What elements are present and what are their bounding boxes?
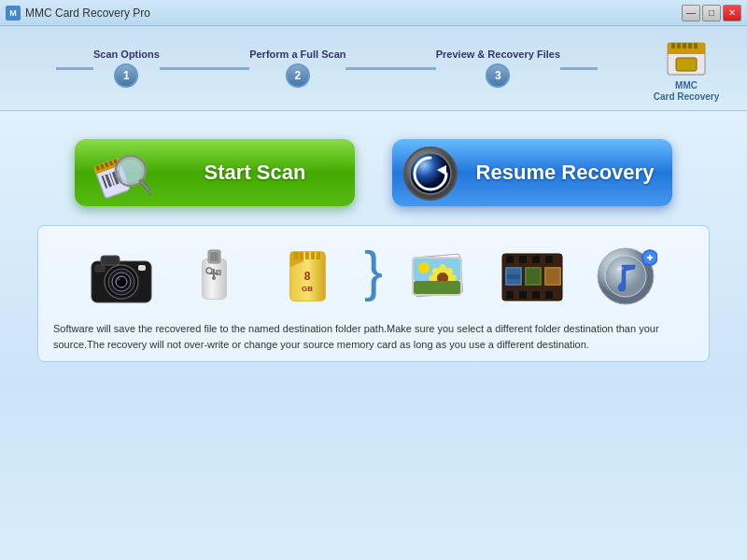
- svg-rect-81: [545, 291, 553, 299]
- step-1-circle: 1: [114, 63, 138, 88]
- bottom-description: Software will save the recovered file to…: [53, 321, 694, 352]
- main-content: Start Scan: [0, 111, 747, 560]
- title-bar: M MMC Card Recovery Pro — □ ✕: [0, 0, 747, 26]
- resume-recovery-button[interactable]: Resume Recovery: [392, 139, 672, 206]
- svg-rect-71: [414, 281, 460, 294]
- svg-rect-52: [305, 252, 309, 259]
- icons-row: 8 GB }: [53, 239, 694, 314]
- svg-rect-74: [506, 256, 514, 263]
- start-scan-button[interactable]: Start Scan: [75, 139, 355, 206]
- svg-rect-3: [677, 43, 681, 49]
- usb-drive-icon: [177, 239, 252, 314]
- app-icon: M: [6, 6, 21, 21]
- step-3-number: 3: [495, 69, 501, 82]
- start-scan-label: Start Scan: [164, 161, 355, 185]
- window-title: MMC Card Recovery Pro: [25, 7, 682, 20]
- svg-point-65: [447, 274, 457, 282]
- svg-rect-86: [527, 269, 540, 284]
- svg-rect-77: [545, 256, 553, 263]
- svg-rect-50: [294, 252, 298, 259]
- music-note-icon: [588, 239, 663, 314]
- svg-line-24: [141, 181, 151, 193]
- photo-svg: [405, 243, 472, 310]
- svg-rect-75: [519, 256, 527, 263]
- maximize-button[interactable]: □: [702, 5, 721, 21]
- svg-point-62: [439, 264, 446, 273]
- svg-rect-79: [519, 291, 527, 299]
- minimize-button[interactable]: —: [682, 5, 700, 21]
- arrow-brace: }: [364, 244, 383, 300]
- svg-rect-51: [300, 252, 303, 259]
- line-seg-right: [560, 67, 598, 70]
- line-seg-2-3: [345, 67, 435, 70]
- svg-rect-4: [683, 43, 686, 49]
- usb-svg: [184, 243, 245, 310]
- svg-rect-53: [311, 252, 315, 259]
- svg-rect-76: [532, 256, 540, 263]
- svg-point-22: [119, 159, 143, 183]
- film-strip-icon: [495, 239, 570, 314]
- svg-rect-41: [210, 252, 218, 261]
- svg-rect-37: [95, 265, 105, 272]
- line-seg-1-2: [160, 67, 249, 70]
- svg-rect-88: [546, 269, 559, 284]
- step-3-circle: 3: [486, 63, 510, 88]
- line-seg-left: [56, 67, 93, 70]
- svg-rect-2: [671, 43, 675, 49]
- step-2-number: 2: [294, 69, 301, 82]
- svg-rect-5: [688, 43, 692, 49]
- svg-text:GB: GB: [302, 285, 313, 293]
- svg-rect-6: [694, 43, 698, 49]
- bottom-panel: 8 GB }: [37, 225, 710, 362]
- resume-recovery-label: Resume Recovery: [467, 161, 672, 185]
- logo-icon: MMC: [660, 34, 712, 80]
- photos-icon: [402, 239, 476, 314]
- steps-inner: Scan Options 1 Perform a Full Scan 2 Pre…: [56, 49, 598, 88]
- svg-point-46: [212, 276, 216, 280]
- svg-point-64: [429, 274, 438, 282]
- svg-rect-84: [507, 274, 520, 279]
- resume-icon: [402, 145, 458, 201]
- camera-icon: [84, 239, 159, 314]
- svg-rect-30: [101, 256, 120, 265]
- camera-svg: [88, 245, 155, 308]
- logo-area: MMC MMC Card Recovery: [644, 34, 728, 103]
- logo-text: MMC Card Recovery: [654, 80, 720, 103]
- steps-wrapper: Scan Options 1 Perform a Full Scan 2 Pre…: [19, 49, 644, 88]
- buttons-row: Start Scan: [37, 139, 710, 206]
- time-machine-icon: [402, 145, 459, 203]
- svg-rect-78: [506, 291, 514, 299]
- step-3-label: Preview & Recovery Files: [436, 49, 560, 60]
- step-1: Scan Options 1: [93, 49, 160, 88]
- svg-rect-80: [532, 291, 540, 299]
- close-button[interactable]: ✕: [723, 5, 741, 21]
- svg-point-60: [418, 262, 430, 273]
- svg-rect-54: [317, 252, 320, 259]
- progress-area: Scan Options 1 Perform a Full Scan 2 Pre…: [0, 26, 747, 111]
- svg-text:8: 8: [304, 270, 311, 283]
- film-svg: [499, 245, 566, 308]
- step-1-number: 1: [123, 69, 130, 82]
- step-2-label: Perform a Full Scan: [249, 49, 345, 60]
- scan-icon: [93, 145, 149, 201]
- svg-rect-36: [138, 265, 146, 271]
- svg-point-35: [117, 277, 120, 281]
- step-2: Perform a Full Scan 2: [249, 49, 345, 88]
- step-3: Preview & Recovery Files 3: [436, 49, 560, 88]
- window-controls: — □ ✕: [682, 5, 741, 21]
- step-2-circle: 2: [286, 63, 310, 88]
- sd-svg: 8 GB: [277, 243, 338, 310]
- step-1-label: Scan Options: [93, 49, 160, 60]
- sd-card-icon: 8 GB: [271, 239, 345, 314]
- svg-rect-8: [676, 58, 697, 71]
- magnifier-barcode-icon: [93, 145, 151, 203]
- music-svg: [594, 245, 657, 308]
